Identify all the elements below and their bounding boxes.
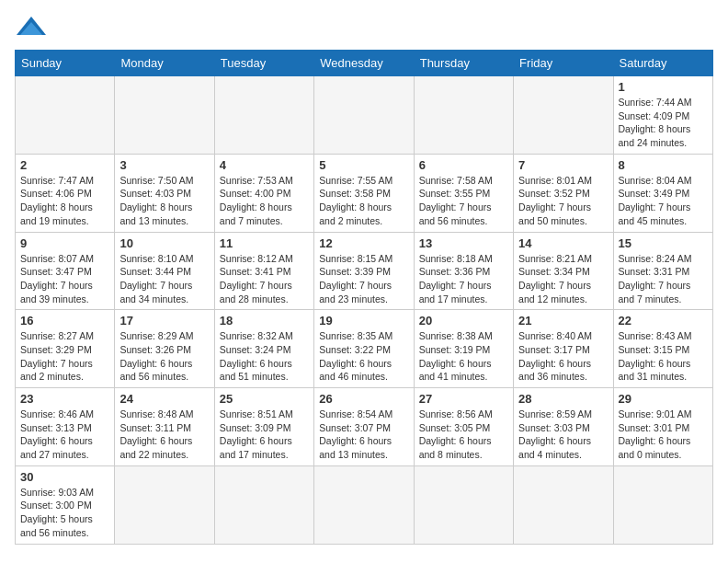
calendar-week-4: 16Sunrise: 8:27 AM Sunset: 3:29 PM Dayli… bbox=[16, 310, 713, 388]
calendar-cell: 23Sunrise: 8:46 AM Sunset: 3:13 PM Dayli… bbox=[16, 388, 115, 466]
calendar-cell: 16Sunrise: 8:27 AM Sunset: 3:29 PM Dayli… bbox=[16, 310, 115, 388]
calendar-cell: 18Sunrise: 8:32 AM Sunset: 3:24 PM Dayli… bbox=[214, 310, 313, 388]
calendar-week-2: 2Sunrise: 7:47 AM Sunset: 4:06 PM Daylig… bbox=[16, 154, 713, 232]
calendar-week-1: 1Sunrise: 7:44 AM Sunset: 4:09 PM Daylig… bbox=[16, 76, 713, 155]
day-info: Sunrise: 8:43 AM Sunset: 3:15 PM Dayligh… bbox=[619, 329, 708, 384]
calendar-header-sunday: Sunday bbox=[16, 51, 115, 76]
day-number: 24 bbox=[119, 392, 209, 406]
day-info: Sunrise: 8:12 AM Sunset: 3:41 PM Dayligh… bbox=[220, 252, 309, 306]
calendar-cell: 11Sunrise: 8:12 AM Sunset: 3:41 PM Dayli… bbox=[214, 232, 313, 310]
day-number: 15 bbox=[619, 236, 708, 250]
day-number: 2 bbox=[20, 158, 109, 172]
calendar-cell: 27Sunrise: 8:56 AM Sunset: 3:05 PM Dayli… bbox=[414, 388, 513, 466]
day-info: Sunrise: 8:15 AM Sunset: 3:39 PM Dayligh… bbox=[319, 252, 408, 306]
day-info: Sunrise: 9:01 AM Sunset: 3:01 PM Dayligh… bbox=[619, 408, 708, 462]
calendar-cell: 22Sunrise: 8:43 AM Sunset: 3:15 PM Dayli… bbox=[613, 310, 712, 388]
day-info: Sunrise: 8:24 AM Sunset: 3:31 PM Dayligh… bbox=[619, 252, 708, 306]
day-number: 18 bbox=[220, 314, 309, 327]
calendar-header-tuesday: Tuesday bbox=[214, 51, 313, 76]
day-info: Sunrise: 7:44 AM Sunset: 4:09 PM Dayligh… bbox=[619, 96, 708, 150]
day-info: Sunrise: 8:18 AM Sunset: 3:36 PM Dayligh… bbox=[419, 252, 508, 306]
calendar-cell: 2Sunrise: 7:47 AM Sunset: 4:06 PM Daylig… bbox=[16, 154, 115, 232]
calendar-header-thursday: Thursday bbox=[414, 51, 513, 76]
day-info: Sunrise: 8:27 AM Sunset: 3:29 PM Dayligh… bbox=[20, 329, 109, 384]
calendar-cell: 17Sunrise: 8:29 AM Sunset: 3:26 PM Dayli… bbox=[115, 310, 214, 388]
day-info: Sunrise: 7:50 AM Sunset: 4:03 PM Dayligh… bbox=[119, 174, 209, 228]
day-number: 29 bbox=[619, 392, 708, 406]
day-info: Sunrise: 7:47 AM Sunset: 4:06 PM Dayligh… bbox=[20, 174, 109, 228]
calendar-cell bbox=[214, 465, 313, 544]
calendar-cell bbox=[314, 76, 414, 155]
calendar-cell: 26Sunrise: 8:54 AM Sunset: 3:07 PM Dayli… bbox=[314, 388, 414, 466]
day-info: Sunrise: 8:48 AM Sunset: 3:11 PM Dayligh… bbox=[119, 408, 209, 462]
day-info: Sunrise: 8:01 AM Sunset: 3:52 PM Dayligh… bbox=[518, 174, 608, 228]
calendar-cell: 1Sunrise: 7:44 AM Sunset: 4:09 PM Daylig… bbox=[613, 76, 712, 155]
day-info: Sunrise: 7:58 AM Sunset: 3:55 PM Dayligh… bbox=[419, 174, 508, 228]
day-info: Sunrise: 8:51 AM Sunset: 3:09 PM Dayligh… bbox=[220, 408, 309, 462]
calendar-cell: 24Sunrise: 8:48 AM Sunset: 3:11 PM Dayli… bbox=[115, 388, 214, 466]
calendar-header-row: SundayMondayTuesdayWednesdayThursdayFrid… bbox=[16, 51, 713, 76]
logo bbox=[15, 15, 51, 40]
day-number: 28 bbox=[518, 392, 608, 406]
day-number: 7 bbox=[518, 158, 608, 172]
day-info: Sunrise: 7:53 AM Sunset: 4:00 PM Dayligh… bbox=[220, 174, 309, 228]
calendar-cell: 30Sunrise: 9:03 AM Sunset: 3:00 PM Dayli… bbox=[16, 465, 115, 544]
calendar-header-friday: Friday bbox=[514, 51, 613, 76]
calendar-cell: 4Sunrise: 7:53 AM Sunset: 4:00 PM Daylig… bbox=[214, 154, 313, 232]
day-info: Sunrise: 8:10 AM Sunset: 3:44 PM Dayligh… bbox=[119, 252, 209, 306]
calendar-cell: 6Sunrise: 7:58 AM Sunset: 3:55 PM Daylig… bbox=[414, 154, 513, 232]
calendar-cell: 28Sunrise: 8:59 AM Sunset: 3:03 PM Dayli… bbox=[514, 388, 613, 466]
calendar-header-saturday: Saturday bbox=[613, 51, 712, 76]
day-number: 12 bbox=[319, 236, 408, 250]
calendar: SundayMondayTuesdayWednesdayThursdayFrid… bbox=[15, 50, 713, 545]
day-number: 16 bbox=[20, 314, 109, 327]
calendar-cell bbox=[214, 76, 313, 155]
day-number: 5 bbox=[319, 158, 408, 172]
day-number: 20 bbox=[419, 314, 508, 327]
day-info: Sunrise: 8:54 AM Sunset: 3:07 PM Dayligh… bbox=[319, 408, 408, 462]
day-number: 25 bbox=[220, 392, 309, 406]
calendar-cell: 15Sunrise: 8:24 AM Sunset: 3:31 PM Dayli… bbox=[613, 232, 712, 310]
day-info: Sunrise: 8:07 AM Sunset: 3:47 PM Dayligh… bbox=[20, 252, 109, 306]
calendar-cell: 21Sunrise: 8:40 AM Sunset: 3:17 PM Dayli… bbox=[514, 310, 613, 388]
calendar-cell: 3Sunrise: 7:50 AM Sunset: 4:03 PM Daylig… bbox=[115, 154, 214, 232]
calendar-week-3: 9Sunrise: 8:07 AM Sunset: 3:47 PM Daylig… bbox=[16, 232, 713, 310]
calendar-cell: 9Sunrise: 8:07 AM Sunset: 3:47 PM Daylig… bbox=[16, 232, 115, 310]
day-number: 3 bbox=[119, 158, 209, 172]
calendar-header-monday: Monday bbox=[115, 51, 214, 76]
calendar-cell: 14Sunrise: 8:21 AM Sunset: 3:34 PM Dayli… bbox=[514, 232, 613, 310]
day-info: Sunrise: 9:03 AM Sunset: 3:00 PM Dayligh… bbox=[20, 486, 109, 540]
calendar-cell: 19Sunrise: 8:35 AM Sunset: 3:22 PM Dayli… bbox=[314, 310, 414, 388]
page-header bbox=[15, 15, 713, 40]
calendar-cell: 12Sunrise: 8:15 AM Sunset: 3:39 PM Dayli… bbox=[314, 232, 414, 310]
day-number: 14 bbox=[518, 236, 608, 250]
day-info: Sunrise: 7:55 AM Sunset: 3:58 PM Dayligh… bbox=[319, 174, 408, 228]
day-number: 8 bbox=[619, 158, 708, 172]
calendar-cell: 7Sunrise: 8:01 AM Sunset: 3:52 PM Daylig… bbox=[514, 154, 613, 232]
day-number: 17 bbox=[119, 314, 209, 327]
day-number: 4 bbox=[220, 158, 309, 172]
day-number: 30 bbox=[20, 470, 109, 484]
day-number: 1 bbox=[619, 80, 708, 94]
calendar-cell: 29Sunrise: 9:01 AM Sunset: 3:01 PM Dayli… bbox=[613, 388, 712, 466]
calendar-cell bbox=[115, 465, 214, 544]
calendar-cell: 25Sunrise: 8:51 AM Sunset: 3:09 PM Dayli… bbox=[214, 388, 313, 466]
day-number: 19 bbox=[319, 314, 408, 327]
day-number: 23 bbox=[20, 392, 109, 406]
day-info: Sunrise: 8:56 AM Sunset: 3:05 PM Dayligh… bbox=[419, 408, 508, 462]
day-number: 11 bbox=[220, 236, 309, 250]
calendar-cell: 10Sunrise: 8:10 AM Sunset: 3:44 PM Dayli… bbox=[115, 232, 214, 310]
day-number: 9 bbox=[20, 236, 109, 250]
day-number: 22 bbox=[619, 314, 708, 327]
calendar-week-5: 23Sunrise: 8:46 AM Sunset: 3:13 PM Dayli… bbox=[16, 388, 713, 466]
day-info: Sunrise: 8:04 AM Sunset: 3:49 PM Dayligh… bbox=[619, 174, 708, 228]
day-info: Sunrise: 8:40 AM Sunset: 3:17 PM Dayligh… bbox=[518, 329, 608, 384]
day-number: 13 bbox=[419, 236, 508, 250]
calendar-cell: 20Sunrise: 8:38 AM Sunset: 3:19 PM Dayli… bbox=[414, 310, 513, 388]
calendar-cell bbox=[613, 465, 712, 544]
day-number: 6 bbox=[419, 158, 508, 172]
calendar-cell bbox=[16, 76, 115, 155]
day-number: 21 bbox=[518, 314, 608, 327]
calendar-cell bbox=[314, 465, 414, 544]
calendar-week-6: 30Sunrise: 9:03 AM Sunset: 3:00 PM Dayli… bbox=[16, 465, 713, 544]
